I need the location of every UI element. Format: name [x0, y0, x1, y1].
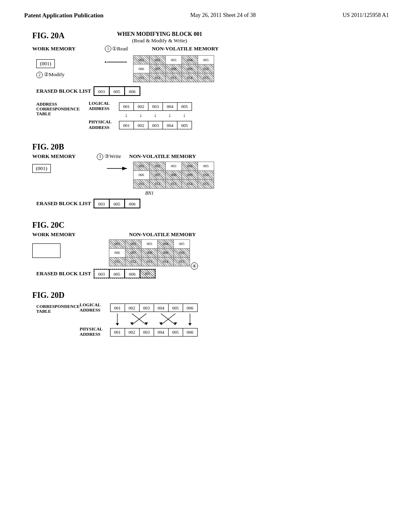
logical-addr-label: LOGICALADDRESS	[89, 101, 119, 111]
fig-20c-erased-list: 003 005 006 001	[94, 269, 156, 278]
fig-20c: FIG. 20C WORK MEMORY NON-VOLATILE MEMORY…	[32, 220, 381, 278]
fig-20d-table-label: TABLE	[36, 309, 80, 314]
modify-circle: 2	[36, 72, 43, 78]
header: Patent Application Publication May 26, 2…	[0, 0, 413, 23]
fig-20a-erased-label: ERASED BLOCK LIST	[36, 88, 91, 94]
la-001: 001	[119, 102, 134, 110]
c-cell-009: 009	[158, 248, 174, 257]
fig-20a-block: (001)	[36, 59, 55, 68]
d-la-002: 002	[125, 304, 139, 312]
pa-005: 005	[177, 121, 192, 129]
svg-marker-12	[159, 322, 163, 325]
c-erased-hatched: 001	[140, 269, 155, 278]
read-label: ①Read	[112, 46, 128, 52]
d-pa-003: 003	[139, 328, 154, 336]
cell-008: 008	[166, 64, 182, 73]
physical-addr-table: 001 002 003 004 005	[119, 121, 192, 129]
read-arrow	[105, 58, 129, 66]
c-cell-008: 008	[142, 248, 158, 257]
b-erased-006: 006	[125, 199, 140, 208]
d-la-005: 005	[168, 304, 183, 312]
pa-004: 004	[163, 121, 177, 129]
la-002: 002	[134, 102, 148, 110]
fig-20a-wm-label: WORK MEMORY	[32, 46, 77, 52]
b-cell-014: 014	[182, 179, 198, 188]
svg-marker-9	[145, 322, 148, 325]
erased-005: 005	[109, 87, 125, 96]
fig-20d-corr-label: CORRESPONDENCE	[36, 304, 80, 309]
fig-20c-wm: WORK MEMORY	[32, 231, 97, 238]
fig-20d: FIG. 20D CORRESPONDENCE TABLE LOGICALADD…	[32, 291, 381, 337]
cell-003: 003	[166, 56, 182, 64]
fig-20b-nvm: NON-VOLATILE MEMORY	[129, 153, 196, 160]
b-cell-008: 008	[166, 170, 182, 179]
cell-006: 006	[133, 64, 150, 73]
addr-label: ADDRESS	[36, 102, 89, 106]
circle-4: ④	[191, 262, 198, 270]
b-cell-012: 012	[150, 179, 166, 188]
fig-20c-wm-box	[32, 243, 60, 258]
header-date: May 26, 2011 Sheet 24 of 38	[190, 12, 256, 19]
fig-20b-wm: WORK MEMORY	[32, 153, 97, 160]
c-cell-004: 004	[158, 239, 174, 248]
b-cell-015: 015	[198, 179, 214, 188]
la-005: 005	[177, 102, 192, 110]
c-cell-002: 002	[125, 239, 142, 248]
d-la-003: 003	[139, 304, 154, 312]
b-erased-005: 005	[109, 199, 125, 208]
cell-013: 013	[166, 73, 182, 82]
b-cell-004: 004	[182, 162, 198, 170]
d-pa-001: 001	[110, 328, 125, 336]
c-cell-014: 014	[158, 257, 174, 266]
b-cell-013: 013	[166, 179, 182, 188]
b-cell-005: 005	[198, 162, 214, 170]
c-cell-012: 012	[125, 257, 142, 266]
physical-addr-label: PHYSICALADDRESS	[89, 119, 119, 130]
cell-011: 011	[133, 73, 150, 82]
b-cell-009: 009	[182, 170, 198, 179]
cell-014: 014	[182, 73, 198, 82]
write-arrow	[105, 164, 129, 173]
cell-015: 015	[198, 73, 214, 82]
bn1-label: BN1	[145, 190, 154, 196]
c-cell-015: 015	[174, 257, 190, 266]
header-publication: Patent Application Publication	[24, 12, 104, 19]
c-cell-010: 010	[174, 248, 190, 257]
fig-20d-logical-label: LOGICALADDRESS	[80, 302, 110, 313]
fig-20a-label: FIG. 20A	[32, 31, 77, 40]
c-erased-006: 006	[125, 269, 140, 278]
c-cell-005: 005	[174, 239, 190, 248]
d-pa-002: 002	[125, 328, 139, 336]
corr-label: CORRESPONDENCE	[36, 106, 89, 111]
b-cell-003: 003	[166, 162, 182, 170]
svg-marker-11	[174, 322, 177, 325]
fig-20a-nvm-label: NON-VOLATILE MEMORY	[152, 46, 219, 52]
write-circle: 3	[97, 154, 103, 160]
pa-003: 003	[148, 121, 163, 129]
arr-down-2: ↓	[133, 112, 148, 118]
fig-20d-physical-label: PHYSICALADDRESS	[80, 326, 110, 337]
fig-20b-label: FIG. 20B	[32, 142, 381, 152]
table-label: TABLE	[36, 111, 89, 116]
fig-20b-block: (001)	[32, 164, 51, 173]
arr-down-3: ↓	[148, 112, 163, 118]
d-la-006: 006	[183, 304, 197, 312]
read-circle: 1	[105, 46, 111, 52]
svg-marker-8	[116, 323, 119, 326]
fig-20c-label: FIG. 20C	[32, 220, 381, 230]
fig-20a: FIG. 20A WHEN MODIFYING BLOCK 001 (Read …	[32, 31, 381, 130]
d-pa-005: 005	[168, 328, 183, 336]
correspondence-arrows	[110, 314, 197, 326]
cell-005: 005	[198, 56, 214, 64]
cell-001: 001	[133, 56, 150, 64]
c-cell-011: 011	[109, 257, 125, 266]
arr-down-5: ↓	[177, 112, 192, 118]
fig-20b-erased-label: ERASED BLOCK LIST	[36, 200, 91, 207]
b-cell-010: 010	[198, 170, 214, 179]
arr-down-1: ↓	[119, 112, 133, 118]
b-cell-002: 002	[150, 162, 166, 170]
d-pa-006: 006	[183, 328, 197, 336]
page: Patent Application Publication May 26, 2…	[0, 0, 413, 532]
fig-20c-erased-label: ERASED BLOCK LIST	[36, 270, 91, 277]
c-cell-006: 006	[109, 248, 125, 257]
